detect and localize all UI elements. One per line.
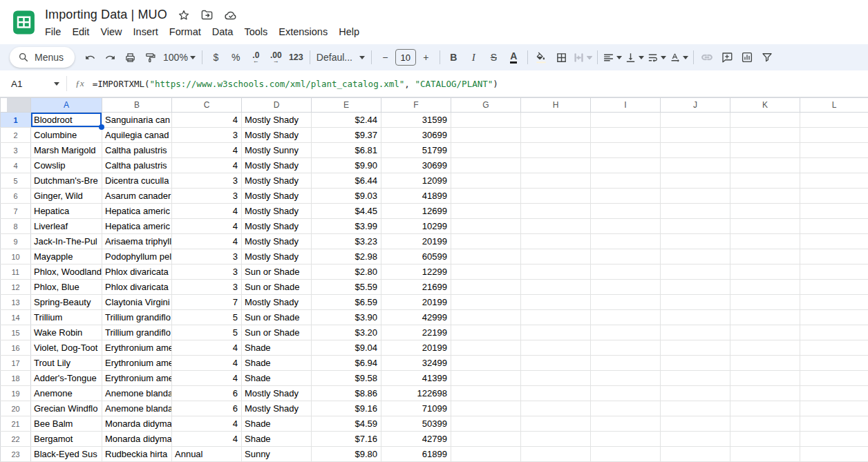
- cell-K4[interactable]: [730, 158, 800, 173]
- cell-F23[interactable]: 61899: [381, 447, 451, 462]
- cell-F3[interactable]: 51799: [381, 143, 451, 158]
- cell-I22[interactable]: [591, 432, 661, 447]
- cloud-saved-icon[interactable]: [224, 8, 238, 22]
- cell-F22[interactable]: 42799: [381, 432, 451, 447]
- cell-K16[interactable]: [730, 340, 800, 356]
- cell-H1[interactable]: [521, 113, 591, 128]
- cell-L13[interactable]: [800, 295, 868, 310]
- menu-item-data[interactable]: Data: [207, 25, 239, 39]
- cell-L8[interactable]: [800, 219, 868, 234]
- cell-E23[interactable]: $9.80: [312, 447, 381, 462]
- row-header-10[interactable]: 10: [1, 249, 31, 264]
- cell-L18[interactable]: [800, 371, 868, 386]
- cell-D22[interactable]: Shade: [242, 432, 312, 447]
- cell-A16[interactable]: Violet, Dog-Toot: [31, 340, 102, 356]
- cell-E6[interactable]: $9.03: [312, 189, 381, 204]
- cell-C8[interactable]: 4: [172, 219, 242, 234]
- column-header-F[interactable]: F: [381, 98, 451, 113]
- cell-J3[interactable]: [661, 143, 730, 158]
- cell-A3[interactable]: Marsh Marigold: [31, 143, 102, 158]
- cell-A20[interactable]: Grecian Windflo: [31, 401, 102, 416]
- cell-C17[interactable]: 4: [172, 356, 242, 371]
- text-wrapping-button[interactable]: [645, 48, 668, 67]
- cell-J14[interactable]: [661, 310, 730, 325]
- print-button[interactable]: [120, 48, 140, 67]
- menu-item-file[interactable]: File: [39, 25, 66, 39]
- cell-F12[interactable]: 21699: [381, 280, 451, 295]
- cell-E5[interactable]: $6.44: [312, 173, 381, 189]
- insert-link-button[interactable]: [697, 48, 717, 67]
- row-header-17[interactable]: 17: [1, 356, 31, 371]
- column-header-B[interactable]: B: [102, 98, 172, 113]
- cell-K17[interactable]: [730, 356, 800, 371]
- cell-C6[interactable]: 3: [172, 189, 242, 204]
- row-header-5[interactable]: 5: [1, 173, 31, 189]
- row-header-12[interactable]: 12: [1, 280, 31, 295]
- cell-A18[interactable]: Adder's-Tongue: [31, 371, 102, 386]
- cell-B19[interactable]: Anemone blanda: [102, 386, 172, 401]
- move-to-folder-icon[interactable]: [200, 8, 214, 21]
- increase-font-size-button[interactable]: +: [416, 48, 436, 67]
- cell-C7[interactable]: 4: [172, 204, 242, 219]
- cell-J7[interactable]: [661, 204, 730, 219]
- cell-I10[interactable]: [591, 249, 661, 264]
- cell-C23[interactable]: Annual: [172, 447, 242, 462]
- cell-D23[interactable]: Sunny: [242, 447, 312, 462]
- cell-G5[interactable]: [451, 173, 521, 189]
- cell-H20[interactable]: [521, 401, 591, 416]
- fill-color-button[interactable]: [531, 48, 551, 67]
- cell-B20[interactable]: Anemone blanda: [102, 401, 172, 416]
- bold-button[interactable]: B: [444, 48, 464, 67]
- cell-D4[interactable]: Mostly Shady: [242, 158, 312, 173]
- cell-B8[interactable]: Hepatica americ: [102, 219, 172, 234]
- italic-button[interactable]: I: [464, 48, 484, 67]
- cell-K19[interactable]: [730, 386, 800, 401]
- row-header-13[interactable]: 13: [1, 295, 31, 310]
- cell-K21[interactable]: [730, 416, 800, 432]
- cell-I4[interactable]: [591, 158, 661, 173]
- cell-H2[interactable]: [521, 128, 591, 143]
- cell-A19[interactable]: Anemone: [31, 386, 102, 401]
- cell-D7[interactable]: Mostly Shady: [242, 204, 312, 219]
- star-icon[interactable]: [178, 9, 190, 21]
- cell-H21[interactable]: [521, 416, 591, 432]
- cell-K13[interactable]: [730, 295, 800, 310]
- cell-A12[interactable]: Phlox, Blue: [31, 280, 102, 295]
- cell-I1[interactable]: [591, 113, 661, 128]
- cell-J2[interactable]: [661, 128, 730, 143]
- cell-K23[interactable]: [730, 447, 800, 462]
- cell-J4[interactable]: [661, 158, 730, 173]
- cell-B4[interactable]: Caltha palustris: [102, 158, 172, 173]
- cell-G6[interactable]: [451, 189, 521, 204]
- cell-B22[interactable]: Monarda didyma: [102, 432, 172, 447]
- cell-A22[interactable]: Bergamot: [31, 432, 102, 447]
- cell-G10[interactable]: [451, 249, 521, 264]
- create-filter-button[interactable]: [757, 48, 777, 67]
- cell-G18[interactable]: [451, 371, 521, 386]
- cell-I2[interactable]: [591, 128, 661, 143]
- undo-button[interactable]: [80, 48, 100, 67]
- cell-C10[interactable]: 3: [172, 249, 242, 264]
- cell-D1[interactable]: Mostly Shady: [242, 113, 312, 128]
- cell-A2[interactable]: Columbine: [31, 128, 102, 143]
- cell-G22[interactable]: [451, 432, 521, 447]
- cell-K15[interactable]: [730, 325, 800, 340]
- cell-D5[interactable]: Mostly Shady: [242, 173, 312, 189]
- cell-G16[interactable]: [451, 340, 521, 356]
- cell-D14[interactable]: Sun or Shade: [242, 310, 312, 325]
- cell-F20[interactable]: 71099: [381, 401, 451, 416]
- cell-L5[interactable]: [800, 173, 868, 189]
- format-percent-button[interactable]: %: [226, 48, 246, 67]
- column-header-G[interactable]: G: [451, 98, 521, 113]
- menu-item-insert[interactable]: Insert: [128, 25, 164, 39]
- cell-L1[interactable]: [800, 113, 868, 128]
- cell-G4[interactable]: [451, 158, 521, 173]
- cell-H14[interactable]: [521, 310, 591, 325]
- cell-G2[interactable]: [451, 128, 521, 143]
- select-all-corner[interactable]: [1, 98, 31, 113]
- cell-A21[interactable]: Bee Balm: [31, 416, 102, 432]
- cell-D9[interactable]: Mostly Shady: [242, 234, 312, 249]
- cell-C4[interactable]: 4: [172, 158, 242, 173]
- cell-G14[interactable]: [451, 310, 521, 325]
- cell-F16[interactable]: 20199: [381, 340, 451, 356]
